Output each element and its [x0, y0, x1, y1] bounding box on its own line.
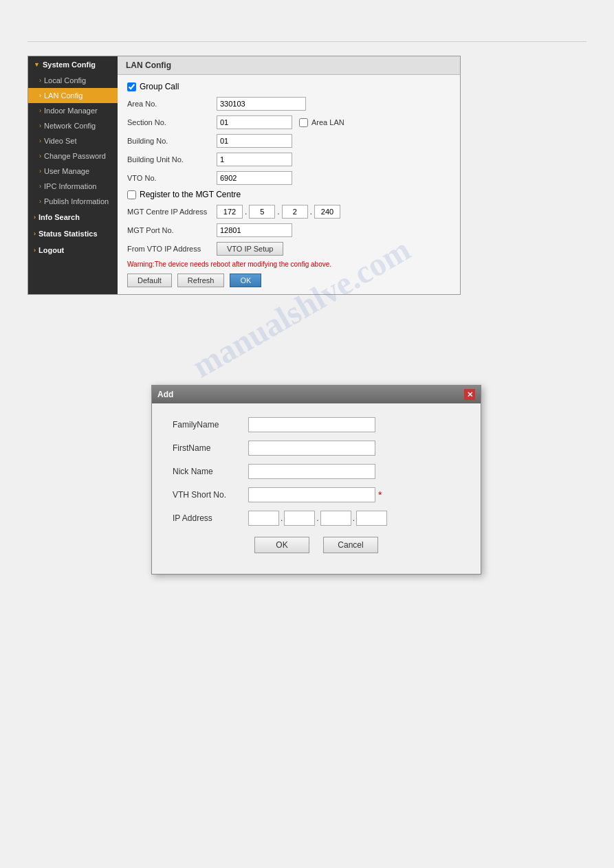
family-name-row: FamilyName [173, 417, 460, 432]
triangle-icon: › [34, 214, 36, 221]
sidebar-item-logout[interactable]: › Logout [28, 242, 118, 258]
arrow-icon: › [39, 92, 41, 99]
mgt-ip-octet-3[interactable] [282, 205, 308, 219]
sidebar-item-label: Video Set [44, 137, 77, 145]
sidebar-item-network-config[interactable]: › Network Config [28, 118, 118, 133]
sidebar-item-user-manage[interactable]: › User Manage [28, 164, 118, 179]
mgt-ip-row: MGT Centre IP Address . . . [127, 205, 450, 219]
arrow-icon: › [39, 168, 41, 175]
area-no-row: Area No. [127, 97, 450, 111]
dialog-ip-octet-1[interactable] [248, 511, 279, 526]
button-row: Default Refresh OK [127, 274, 450, 287]
sidebar-item-local-config[interactable]: › Local Config [28, 73, 118, 88]
ip-dot-2: . [316, 513, 318, 523]
ip-address-label: IP Address [173, 513, 248, 523]
nick-name-input[interactable] [248, 464, 375, 479]
area-no-input[interactable] [217, 97, 306, 111]
group-call-label: Group Call [140, 82, 179, 91]
register-mgt-row: Register to the MGT Centre [127, 190, 450, 199]
dialog-ip-octet-2[interactable] [284, 511, 315, 526]
mgt-ip-octet-2[interactable] [249, 205, 275, 219]
arrow-icon: › [39, 137, 41, 144]
section-no-input[interactable] [217, 115, 292, 129]
sidebar-item-label: IPC Information [44, 182, 96, 190]
sidebar-item-label: Change Password [44, 152, 106, 160]
vto-no-input[interactable] [217, 171, 292, 185]
sidebar-group-label-text: Logout [39, 246, 64, 254]
refresh-button[interactable]: Refresh [177, 274, 225, 287]
required-star: * [378, 489, 382, 500]
dialog-ip-octet-3[interactable] [320, 511, 351, 526]
vto-no-row: VTO No. [127, 171, 450, 185]
main-panel: ▼ System Config › Local Config › LAN Con… [28, 56, 461, 295]
sidebar-item-video-set[interactable]: › Video Set [28, 133, 118, 148]
sidebar-group-label-text: Status Statistics [39, 230, 98, 238]
sidebar-section-system-config[interactable]: ▼ System Config [28, 56, 118, 73]
first-name-input[interactable] [248, 441, 375, 456]
sidebar-item-indoor-manager[interactable]: › Indoor Manager [28, 103, 118, 118]
mgt-port-input[interactable] [217, 223, 292, 237]
arrow-icon: › [39, 77, 41, 84]
dialog-body: FamilyName FirstName Nick Name VTH Short… [152, 403, 481, 574]
arrow-icon: › [39, 107, 41, 114]
mgt-ip-label: MGT Centre IP Address [127, 208, 217, 216]
content-area: LAN Config Group Call Area No. Section N… [118, 56, 460, 294]
mgt-ip-input-group: . . . [217, 205, 340, 219]
dialog-button-row: OK Cancel [173, 537, 460, 560]
sidebar-item-ipc-information[interactable]: › IPC Information [28, 179, 118, 194]
sidebar-item-info-search[interactable]: › Info Search [28, 209, 118, 225]
building-no-row: Building No. [127, 134, 450, 148]
building-no-label: Building No. [127, 137, 217, 145]
dialog-cancel-button[interactable]: Cancel [323, 537, 378, 553]
sidebar-item-change-password[interactable]: › Change Password [28, 148, 118, 164]
triangle-icon: › [34, 247, 36, 254]
sidebar-item-label: Network Config [44, 122, 96, 130]
triangle-icon: › [34, 230, 36, 237]
group-call-checkbox[interactable] [127, 82, 136, 91]
mgt-ip-octet-4[interactable] [314, 205, 340, 219]
vto-ip-setup-button[interactable]: VTO IP Setup [217, 242, 283, 256]
area-lan-checkbox[interactable] [299, 118, 308, 127]
dialog-title: Add [157, 390, 173, 399]
triangle-icon: ▼ [34, 61, 40, 68]
nick-name-label: Nick Name [173, 467, 248, 476]
sidebar: ▼ System Config › Local Config › LAN Con… [28, 56, 118, 294]
mgt-port-row: MGT Port No. [127, 223, 450, 237]
mgt-port-label: MGT Port No. [127, 226, 217, 234]
ip-dot-2: . [277, 207, 279, 216]
dialog-titlebar: Add ✕ [152, 386, 481, 403]
dialog-close-button[interactable]: ✕ [464, 389, 475, 400]
sidebar-item-label: Local Config [44, 76, 86, 85]
ip-address-row: IP Address . . . [173, 511, 460, 526]
top-divider [28, 41, 586, 42]
building-no-input[interactable] [217, 134, 292, 148]
nick-name-row: Nick Name [173, 464, 460, 479]
dialog-ip-octet-4[interactable] [356, 511, 387, 526]
sidebar-item-label: Publish Information [44, 197, 109, 205]
sidebar-item-lan-config[interactable]: › LAN Config [28, 88, 118, 103]
sidebar-item-label: Indoor Manager [44, 107, 98, 115]
ip-dot-3: . [353, 513, 355, 523]
ok-button[interactable]: OK [230, 274, 261, 287]
mgt-ip-octet-1[interactable] [217, 205, 243, 219]
warning-text: Warning:The device needs reboot after mo… [127, 260, 450, 268]
section-no-row: Section No. Area LAN [127, 115, 450, 129]
sidebar-item-publish-information[interactable]: › Publish Information [28, 194, 118, 209]
vth-short-no-row: VTH Short No. * [173, 487, 460, 502]
sidebar-group-label-text: Info Search [39, 213, 80, 221]
sidebar-item-status-statistics[interactable]: › Status Statistics [28, 225, 118, 242]
dialog-ip-input-group: . . . [248, 511, 387, 526]
family-name-input[interactable] [248, 417, 375, 432]
building-unit-no-input[interactable] [217, 153, 292, 166]
area-lan-label: Area LAN [311, 118, 344, 126]
sidebar-section-label: System Config [43, 60, 96, 69]
ip-dot-3: . [310, 207, 312, 216]
register-mgt-checkbox[interactable] [127, 190, 136, 199]
sidebar-item-label: User Manage [44, 167, 89, 175]
ip-dot-1: . [245, 207, 247, 216]
vth-short-no-input[interactable] [248, 487, 375, 502]
arrow-icon: › [39, 153, 41, 159]
default-button[interactable]: Default [127, 274, 172, 287]
first-name-label: FirstName [173, 443, 248, 453]
dialog-ok-button[interactable]: OK [254, 537, 309, 553]
